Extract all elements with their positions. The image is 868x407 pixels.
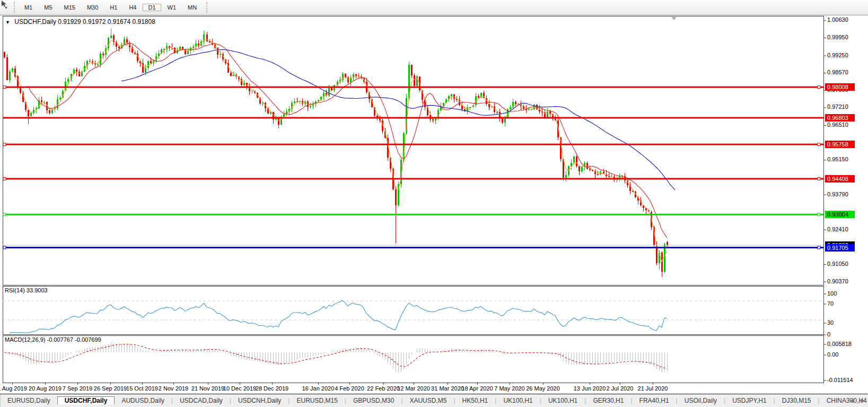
hline-handle[interactable] <box>818 143 820 146</box>
tab-scroll-right-icon[interactable]: ▶ <box>861 397 865 403</box>
hline-0.96803[interactable] <box>3 117 823 118</box>
date-axis-label: 7 May 2020 <box>494 385 524 392</box>
chart-tab-eurusd-m15[interactable]: EURUSD,M15 <box>290 397 344 404</box>
chart-menu-icon[interactable]: ▼ <box>5 20 10 25</box>
timeframe-button-h1[interactable]: H1 <box>104 4 122 11</box>
chart-tab-usdchf-daily[interactable]: USDCHF,Daily <box>57 396 115 404</box>
price-axis-label: 0.98570 <box>827 69 848 75</box>
chart-tab-usdcnh-daily[interactable]: USDCNH,Daily <box>231 397 288 404</box>
hline-0.98008[interactable] <box>3 86 823 88</box>
chart-close-value: 0.91808 <box>133 18 155 25</box>
date-axis-label: 22 Feb 2020 <box>367 385 400 392</box>
chart-tab-xauusd-m5[interactable]: XAUUSD,M5 <box>402 397 453 404</box>
rsi-indicator-label: RSI(14) 33.9003 <box>5 287 48 293</box>
mt4-terminal: ▼ M1M5M15M30H1H4D1W1MN ▼ USDCHF,Daily 0.… <box>0 0 868 407</box>
hline-price-label-0.94408: 0.94408 <box>825 175 855 183</box>
date-axis-label: 7 Sep 2019 <box>63 385 92 392</box>
chart-tab-usdjpy-h1[interactable]: USDJPY,H1 <box>725 397 773 404</box>
macd-panel-border <box>3 336 824 383</box>
timeframe-button-w1[interactable]: W1 <box>162 4 182 11</box>
date-axis-label: 13 Jun 2020 <box>574 385 606 392</box>
hline-handle[interactable] <box>3 246 6 249</box>
chart-tab-usdcad-daily[interactable]: USDCAD,Daily <box>173 397 230 404</box>
chart-ohlc-title: ▼ USDCHF,Daily 0.91929 0.91972 0.91674 0… <box>5 18 155 25</box>
timeframe-button-m15[interactable]: M15 <box>59 4 81 11</box>
price-axis-label: 0.99950 <box>827 34 848 40</box>
cursor-tool-button[interactable]: ▼ <box>2 5 10 11</box>
candles-series[interactable] <box>4 29 668 276</box>
hline-handle[interactable] <box>818 246 820 249</box>
date-axis-label: 31 Mar 2020 <box>431 385 464 392</box>
price-axis-label: 0.93790 <box>827 191 848 197</box>
ma-red-line <box>28 44 667 238</box>
timeframe-button-d1[interactable]: D1 <box>143 4 161 11</box>
price-axis-label: 1.00630 <box>827 16 848 23</box>
chart-tab-audusd-daily[interactable]: AUDUSD,Daily <box>115 397 171 404</box>
price-axis-label: 0.96510 <box>827 122 848 128</box>
chart-tab-fra40-h1[interactable]: FRA40,H1 <box>633 397 676 404</box>
rsi-line <box>10 300 667 333</box>
timeframe-toolbar: ▼ M1M5M15M30H1H4D1W1MN <box>0 0 868 15</box>
timeframe-button-m5[interactable]: M5 <box>39 4 57 11</box>
chart-tab-uk100-h1[interactable]: UK100,H1 <box>541 397 584 404</box>
candlestick-chart[interactable] <box>0 15 868 407</box>
chart-tab-eurusd-daily[interactable]: EURUSD,Daily <box>1 397 57 404</box>
chart-high-value: 0.91972 <box>83 18 106 25</box>
hline-0.93004[interactable] <box>3 214 823 215</box>
date-axis-label: 20 Aug 2019 <box>29 385 62 392</box>
date-axis-label: 26 May 2020 <box>526 385 560 392</box>
hline-0.91705[interactable] <box>3 247 823 248</box>
date-axis-label: 10 Dec 2019 <box>223 385 256 392</box>
macd-axis-label: -0.011514 <box>827 377 853 383</box>
horizontal-lines[interactable] <box>3 86 823 249</box>
main-price-panel-border <box>3 16 824 285</box>
date-axis-label: 16 Jan 2020 <box>302 385 335 392</box>
date-axis-label: 4 Feb 2020 <box>335 385 364 392</box>
timeframe-button-h4[interactable]: H4 <box>124 4 142 11</box>
toolbar-separator <box>14 2 15 13</box>
chart-tab-dj30-m15[interactable]: DJ30,M15 <box>775 397 818 404</box>
macd-axis-label: 0.005818 <box>827 341 852 347</box>
date-axis-label: 1 Aug 2019 <box>0 385 27 392</box>
hline-price-label-0.96803: 0.96803 <box>825 114 855 122</box>
rsi-axis-label: 30 <box>827 319 834 326</box>
tab-scroll-left-icon[interactable]: ◀ <box>850 397 854 403</box>
hline-handle[interactable] <box>818 177 820 180</box>
price-axis-label: 0.92410 <box>827 226 848 232</box>
hline-price-label-0.93004: 0.93004 <box>825 211 855 218</box>
date-axis-label: 18 Apr 2020 <box>461 385 493 392</box>
timeframe-button-m1[interactable]: M1 <box>19 4 38 11</box>
hline-handle[interactable] <box>3 143 6 146</box>
date-axis-label: 21 Jul 2020 <box>638 385 668 392</box>
chart-shift-marker-icon[interactable] <box>671 17 677 20</box>
cursor-icon <box>0 0 7 8</box>
axis-ticks <box>13 21 827 385</box>
hline-handle[interactable] <box>3 213 6 216</box>
panel-frames <box>3 16 824 383</box>
hline-price-label-0.98008: 0.98008 <box>825 83 855 91</box>
hline-handle[interactable] <box>3 177 6 180</box>
date-axis-label: 15 Oct 2019 <box>126 385 158 392</box>
chart-tab-hk50-h1[interactable]: HK50,H1 <box>455 397 495 404</box>
chart-tab-uk100-h1[interactable]: UK100,H1 <box>496 397 539 404</box>
date-axis-label: 2 Nov 2019 <box>159 385 188 392</box>
date-axis-label: 12 Mar 2020 <box>397 385 430 392</box>
chart-tab-ger30-h1[interactable]: GER30,H1 <box>586 397 630 404</box>
timeframe-button-mn[interactable]: MN <box>182 4 202 11</box>
date-axis-label: 28 Dec 2019 <box>256 385 288 392</box>
chart-symbol-label: USDCHF,Daily <box>14 18 56 25</box>
timeframe-button-m30[interactable]: M30 <box>82 4 103 11</box>
hline-price-label-0.95758: 0.95758 <box>825 141 855 148</box>
price-axis-label: 0.95150 <box>827 156 848 162</box>
date-axis-label: 2 Jul 2020 <box>607 385 634 392</box>
chart-tab-bar: EURUSD,DailyUSDCHF,DailyAUDUSD,Daily|USD… <box>0 394 868 407</box>
date-axis-label: 26 Sep 2019 <box>94 385 127 392</box>
chart-tab-usoil-daily[interactable]: USOil,Daily <box>678 397 724 404</box>
hline-0.94408[interactable] <box>3 178 823 179</box>
hline-handle[interactable] <box>3 86 6 89</box>
chart-tab-gbpusd-m30[interactable]: GBPUSD,M30 <box>346 397 401 404</box>
hline-0.95758[interactable] <box>3 144 823 145</box>
hline-handle[interactable] <box>818 86 820 89</box>
hline-handle[interactable] <box>818 213 820 216</box>
macd-axis-label: 0.00 <box>827 351 838 358</box>
